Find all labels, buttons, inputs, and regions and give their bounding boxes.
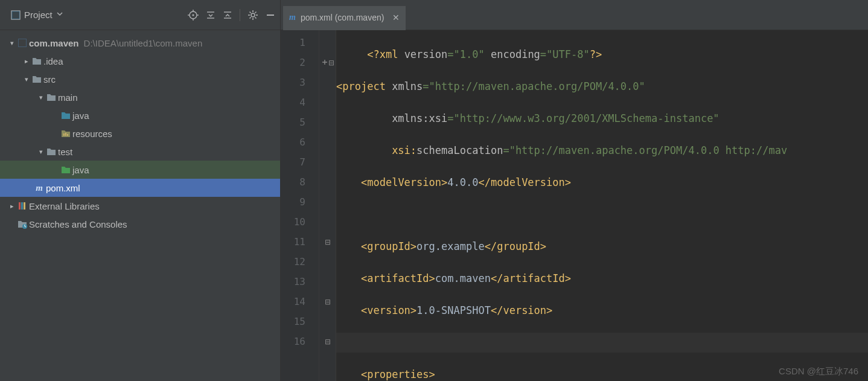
gear-icon[interactable]: [247, 10, 258, 21]
folder-icon: [31, 74, 42, 85]
folder-icon: [31, 56, 42, 66]
tab-title: pom.xml (com.maven): [301, 13, 384, 22]
maven-file-icon: m: [289, 13, 296, 22]
tree-resources[interactable]: resources: [0, 124, 280, 142]
source-folder-icon: [60, 110, 71, 121]
resources-folder-icon: [60, 128, 71, 139]
fold-open-icon[interactable]: ⊟: [325, 238, 331, 246]
tree-ext-libs[interactable]: ▸ External Libraries: [0, 197, 280, 215]
fold-gutter: ⊟ ⊟ ⊟ ⊟: [319, 30, 336, 381]
project-icon: [11, 10, 21, 20]
scratches-icon: [17, 219, 28, 229]
project-tree[interactable]: ▾ com.maven D:\IDEA\untitled1\com.maven …: [0, 30, 281, 381]
chevron-down-icon[interactable]: ▾: [36, 148, 46, 156]
svg-point-13: [251, 13, 255, 17]
folder-icon: [46, 92, 57, 103]
svg-rect-29: [21, 202, 23, 210]
minimize-icon[interactable]: [266, 10, 275, 20]
chevron-down-icon[interactable]: [56, 10, 66, 20]
svg-rect-26: [65, 133, 66, 136]
svg-point-4: [193, 14, 194, 16]
line-gutter: 1234 5678 9101112 13141516: [281, 30, 319, 381]
tree-test-java[interactable]: java: [0, 161, 280, 179]
tree-scratches[interactable]: Scratches and Consoles: [0, 215, 280, 233]
svg-rect-30: [24, 202, 25, 210]
svg-line-19: [255, 17, 257, 18]
chevron-down-icon[interactable]: ▾: [36, 94, 46, 101]
locate-icon[interactable]: [188, 10, 199, 21]
svg-rect-25: [63, 133, 65, 136]
tree-root[interactable]: ▾ com.maven D:\IDEA\untitled1\com.maven: [0, 34, 280, 52]
tree-root-label: com.maven: [29, 38, 79, 48]
expand-all-icon[interactable]: [206, 10, 215, 20]
svg-rect-24: [19, 39, 26, 46]
folder-icon: [46, 146, 57, 157]
svg-rect-2: [13, 12, 19, 18]
fold-close-icon[interactable]: ⊟: [325, 298, 331, 306]
module-icon: [17, 37, 28, 48]
tree-test[interactable]: ▾ test: [0, 142, 280, 161]
close-icon[interactable]: ✕: [392, 13, 400, 22]
svg-rect-28: [19, 202, 21, 210]
tab-pom-xml[interactable]: m pom.xml (com.maven) ✕: [283, 6, 406, 30]
chevron-right-icon[interactable]: ▸: [7, 202, 17, 210]
editor-area[interactable]: <?xml version="1.0" encoding="UTF-8"?> <…: [336, 30, 868, 381]
chevron-right-icon[interactable]: ▸: [22, 57, 31, 65]
tree-main[interactable]: ▾ main: [0, 88, 280, 106]
tree-src[interactable]: ▾ src: [0, 70, 280, 88]
watermark: CSDN @红豆冰746: [779, 366, 858, 377]
svg-rect-27: [67, 134, 68, 136]
tree-root-path: D:\IDEA\untitled1\com.maven: [84, 38, 203, 48]
test-folder-icon: [60, 164, 71, 175]
chevron-down-icon[interactable]: ▾: [22, 75, 31, 83]
svg-line-20: [250, 17, 251, 18]
project-tool-text: Project: [24, 10, 53, 20]
tree-idea[interactable]: ▸ .idea: [0, 52, 280, 70]
library-icon: [17, 200, 28, 211]
svg-line-21: [255, 11, 257, 13]
fold-open-icon[interactable]: [321, 59, 328, 66]
project-tool-label[interactable]: Project: [11, 10, 66, 20]
fold-close-icon[interactable]: ⊟: [325, 338, 331, 346]
svg-line-18: [250, 11, 251, 13]
collapse-all-icon[interactable]: [223, 10, 232, 20]
maven-file-icon: m: [34, 182, 45, 193]
chevron-down-icon[interactable]: ▾: [7, 39, 17, 47]
tree-pom[interactable]: m pom.xml: [0, 179, 280, 197]
tree-main-java[interactable]: java: [0, 106, 280, 124]
